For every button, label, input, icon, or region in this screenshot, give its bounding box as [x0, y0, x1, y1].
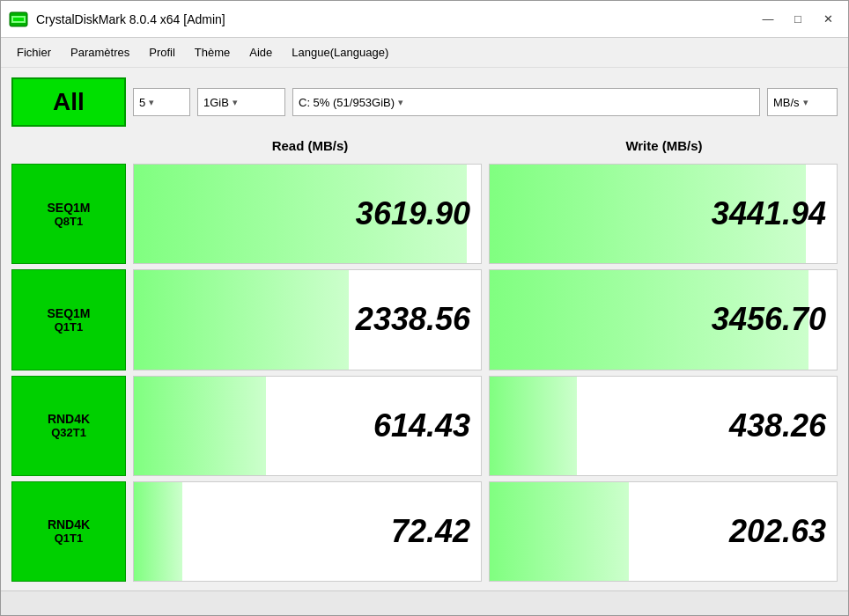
menu-langue[interactable]: Langue(Language) — [283, 43, 397, 62]
menubar: Fichier Paramètres Profil Thème Aide Lan… — [1, 38, 848, 68]
read-bar-3 — [134, 482, 182, 581]
unit-value: MB/s — [773, 96, 800, 109]
row-label-1: SEQ1M Q1T1 — [11, 269, 126, 370]
controls-row: All 5 ▾ 1GiB ▾ C: 5% (51/953GiB) ▾ MB/s … — [11, 77, 838, 128]
row-label-line2-3: Q1T1 — [55, 532, 84, 545]
read-bar-1 — [134, 270, 349, 369]
row-label-line1-3: RND4K — [48, 517, 90, 532]
write-cell-2: 438.26 — [489, 376, 838, 476]
read-value-0: 3619.90 — [356, 195, 470, 232]
row-label-2: RND4K Q32T1 — [11, 376, 126, 476]
close-button[interactable]: ✕ — [815, 10, 841, 29]
count-arrow: ▾ — [149, 97, 154, 108]
svg-rect-2 — [13, 18, 24, 21]
titlebar: CrystalDiskMark 8.0.4 x64 [Admin] — □ ✕ — [1, 1, 848, 38]
all-button[interactable]: All — [11, 77, 126, 127]
unit-select[interactable]: MB/s ▾ — [767, 88, 838, 116]
write-bar-2 — [490, 377, 577, 475]
row-label-3: RND4K Q1T1 — [11, 481, 126, 582]
menu-theme[interactable]: Thème — [186, 43, 239, 62]
write-cell-1: 3456.70 — [489, 269, 838, 370]
unit-arrow: ▾ — [803, 97, 808, 108]
read-value-3: 72.42 — [391, 513, 470, 550]
read-bar-2 — [134, 377, 266, 475]
row-label-line2-1: Q1T1 — [55, 320, 84, 334]
read-cell-3: 72.42 — [133, 481, 482, 582]
size-value: 1GiB — [203, 96, 229, 109]
app-window: CrystalDiskMark 8.0.4 x64 [Admin] — □ ✕ … — [0, 0, 849, 616]
menu-fichier[interactable]: Fichier — [8, 43, 60, 62]
read-cell-0: 3619.90 — [133, 164, 482, 264]
window-title: CrystalDiskMark 8.0.4 x64 [Admin] — [36, 12, 755, 26]
row-label-0: SEQ1M Q8T1 — [11, 164, 126, 264]
read-header: Read (MB/s) — [137, 135, 484, 157]
app-icon — [8, 9, 29, 30]
table-row: SEQ1M Q1T1 2338.56 3456.70 — [11, 269, 838, 370]
table-row: SEQ1M Q8T1 3619.90 3441.94 — [11, 164, 838, 264]
write-value-3: 202.63 — [729, 513, 826, 550]
drive-value: C: 5% (51/953GiB) — [299, 96, 395, 109]
size-arrow: ▾ — [233, 97, 238, 108]
menu-aide[interactable]: Aide — [240, 43, 281, 62]
window-controls: — □ ✕ — [755, 10, 841, 29]
menu-parametres[interactable]: Paramètres — [62, 43, 138, 62]
row-label-line1-0: SEQ1M — [47, 201, 90, 215]
menu-profil[interactable]: Profil — [140, 43, 184, 62]
table-row: RND4K Q1T1 72.42 202.63 — [11, 481, 838, 582]
main-content: All 5 ▾ 1GiB ▾ C: 5% (51/953GiB) ▾ MB/s … — [1, 68, 848, 590]
count-value: 5 — [139, 96, 145, 109]
size-select[interactable]: 1GiB ▾ — [197, 88, 285, 116]
write-bar-3 — [490, 482, 629, 581]
read-value-1: 2338.56 — [356, 301, 470, 338]
row-label-line1-2: RND4K — [48, 412, 90, 426]
drive-arrow: ▾ — [398, 97, 403, 108]
write-cell-0: 3441.94 — [489, 164, 838, 264]
write-value-1: 3456.70 — [712, 301, 826, 338]
row-label-line2-2: Q32T1 — [51, 426, 86, 439]
row-label-line2-0: Q8T1 — [55, 215, 84, 228]
row-label-line1-1: SEQ1M — [47, 306, 90, 320]
write-header: Write (MB/s) — [491, 135, 838, 157]
maximize-button[interactable]: □ — [785, 10, 811, 29]
drive-select[interactable]: C: 5% (51/953GiB) ▾ — [292, 88, 760, 116]
data-rows: SEQ1M Q8T1 3619.90 3441.94 SEQ1M Q1T1 23… — [11, 164, 838, 582]
read-cell-2: 614.43 — [133, 376, 482, 476]
read-cell-1: 2338.56 — [133, 269, 482, 370]
write-value-2: 438.26 — [729, 407, 826, 444]
status-bar — [1, 590, 848, 615]
minimize-button[interactable]: — — [755, 10, 781, 29]
count-select[interactable]: 5 ▾ — [133, 88, 190, 116]
write-value-0: 3441.94 — [712, 195, 826, 232]
read-value-2: 614.43 — [373, 407, 470, 444]
column-headers: Read (MB/s) Write (MB/s) — [137, 135, 838, 157]
table-row: RND4K Q32T1 614.43 438.26 — [11, 376, 838, 476]
write-cell-3: 202.63 — [489, 481, 838, 582]
